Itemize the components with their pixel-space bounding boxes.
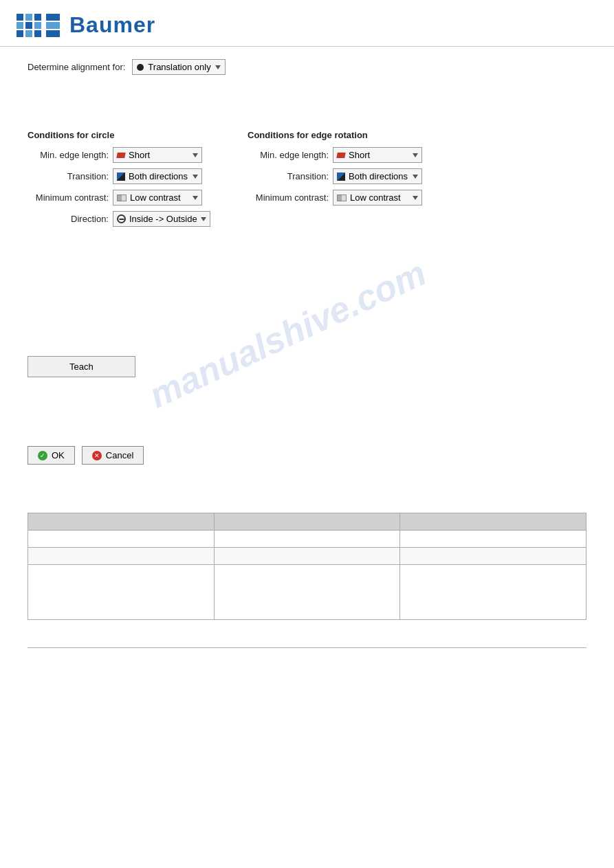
table-header-row (28, 513, 586, 531)
edge-min-contrast-dropdown[interactable]: Low contrast (333, 190, 422, 205)
company-name: Baumer (69, 12, 155, 38)
logo-sq-7 (34, 14, 41, 21)
circle-min-edge-arrow-icon (193, 153, 198, 157)
table-cell (28, 531, 215, 548)
edge-conditions-panel: Conditions for edge rotation Min. edge l… (248, 130, 440, 232)
table-row (28, 531, 586, 548)
table-row (28, 548, 586, 565)
logo-sq-10 (46, 14, 60, 21)
action-row: ✓ OK ✕ Cancel (28, 446, 586, 465)
edge-transition-row: Transition: Both directions (248, 168, 440, 184)
cancel-icon: ✕ (92, 451, 102, 460)
edge-min-edge-arrow-icon (413, 153, 418, 157)
alignment-value: Translation only (148, 62, 210, 72)
footer-divider (28, 647, 586, 648)
edge-min-contrast-label: Minimum contrast: (248, 192, 329, 203)
table-header-col3 (400, 513, 586, 531)
direction-icon (117, 214, 126, 223)
circle-direction-arrow-icon (201, 217, 206, 221)
edge-transition-dropdown[interactable]: Both directions (333, 168, 422, 184)
edge-low-contrast-icon (337, 194, 347, 201)
circle-min-contrast-row: Minimum contrast: Low contrast (28, 190, 220, 205)
alignment-dropdown[interactable]: Translation only (132, 59, 225, 75)
alignment-label: Determine alignment for: (28, 62, 125, 72)
circle-min-edge-row: Min. edge length: Short (28, 147, 220, 163)
main-content: Determine alignment for: Translation onl… (0, 59, 614, 648)
cancel-button[interactable]: ✕ Cancel (82, 446, 144, 465)
edge-min-contrast-arrow-icon (413, 196, 418, 200)
table-cell (214, 531, 400, 548)
edge-both-directions-icon (337, 173, 345, 181)
edge-short-icon (336, 153, 345, 158)
table-cell (214, 565, 400, 620)
header: Baumer (0, 0, 614, 47)
data-table (28, 513, 586, 620)
circle-transition-row: Transition: Both directions (28, 168, 220, 184)
low-contrast-icon (117, 194, 127, 201)
circle-min-edge-label: Min. edge length: (28, 150, 109, 160)
alignment-dot-icon (137, 64, 144, 71)
logo-sq-3 (17, 30, 23, 37)
circle-transition-label: Transition: (28, 171, 109, 181)
circle-conditions-title: Conditions for circle (28, 130, 220, 140)
ok-button[interactable]: ✓ OK (28, 446, 75, 465)
logo-sq-12 (46, 30, 60, 37)
table-cell (214, 548, 400, 565)
edge-min-edge-dropdown[interactable]: Short (333, 147, 422, 163)
circle-transition-value: Both directions (129, 171, 188, 181)
circle-min-contrast-value: Low contrast (130, 192, 181, 203)
circle-direction-label: Direction: (28, 214, 109, 224)
table-row (28, 565, 586, 620)
edge-min-edge-row: Min. edge length: Short (248, 147, 440, 163)
circle-min-edge-value: Short (129, 150, 150, 160)
logo-sq-6 (25, 30, 32, 37)
alignment-dropdown-arrow-icon (215, 65, 221, 69)
table-cell (400, 548, 586, 565)
ok-label: OK (52, 450, 65, 460)
table-cell (400, 531, 586, 548)
short-icon (116, 153, 125, 158)
edge-transition-label: Transition: (248, 171, 329, 181)
circle-min-contrast-label: Minimum contrast: (28, 192, 109, 203)
circle-conditions-panel: Conditions for circle Min. edge length: … (28, 130, 220, 232)
table-cell (400, 565, 586, 620)
edge-min-edge-label: Min. edge length: (248, 150, 329, 160)
circle-direction-value: Inside -> Outside (129, 214, 197, 224)
logo-sq-5 (25, 22, 32, 29)
edge-min-edge-value: Short (349, 150, 370, 160)
teach-button-container: Teach (28, 356, 586, 405)
circle-direction-row: Direction: Inside -> Outside (28, 211, 220, 227)
circle-direction-dropdown[interactable]: Inside -> Outside (113, 211, 210, 227)
cancel-label: Cancel (106, 450, 133, 460)
logo-sq-9 (34, 30, 41, 37)
circle-min-contrast-dropdown[interactable]: Low contrast (113, 190, 202, 205)
table-cell (28, 565, 215, 620)
table-cell (28, 548, 215, 565)
baumer-logo-icon (17, 14, 60, 37)
logo-sq-8 (34, 22, 41, 29)
logo-sq-11 (46, 22, 60, 29)
teach-button[interactable]: Teach (28, 356, 135, 377)
table-header-col2 (214, 513, 400, 531)
circle-transition-arrow-icon (193, 175, 198, 179)
circle-transition-dropdown[interactable]: Both directions (113, 168, 202, 184)
both-directions-icon (117, 173, 125, 181)
logo-sq-4 (25, 14, 32, 21)
alignment-row: Determine alignment for: Translation onl… (28, 59, 586, 75)
edge-min-contrast-row: Minimum contrast: Low contrast (248, 190, 440, 205)
circle-min-edge-dropdown[interactable]: Short (113, 147, 202, 163)
edge-transition-value: Both directions (349, 171, 408, 181)
ok-icon: ✓ (38, 451, 47, 460)
edge-min-contrast-value: Low contrast (350, 192, 401, 203)
logo-sq-2 (17, 22, 23, 29)
circle-min-contrast-arrow-icon (193, 196, 198, 200)
edge-transition-arrow-icon (413, 175, 418, 179)
logo-sq-1 (17, 14, 23, 21)
conditions-row: Conditions for circle Min. edge length: … (28, 130, 586, 232)
table-header-col1 (28, 513, 215, 531)
edge-conditions-title: Conditions for edge rotation (248, 130, 440, 140)
